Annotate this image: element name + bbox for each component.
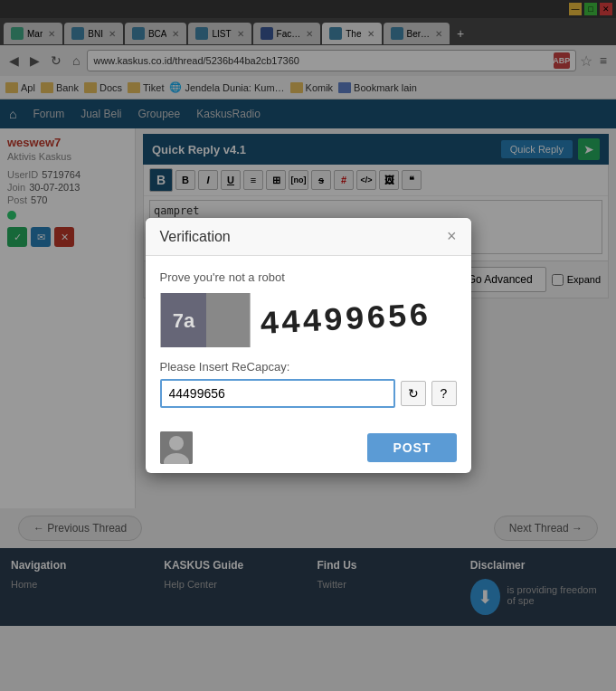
modal-post-button[interactable]: POST [367, 433, 456, 462]
modal-user-avatar [160, 431, 193, 464]
svg-text:7a: 7a [172, 309, 194, 332]
modal-footer: POST [146, 422, 471, 473]
modal-overlay: Verification × Prove you're not a robot … [0, 0, 616, 691]
avatar-image [160, 431, 193, 464]
recapcay-input-row: ↻ ? [160, 379, 457, 408]
captcha-image: 7a [160, 293, 251, 347]
modal-header: Verification × [146, 218, 471, 256]
captcha-label: Prove you're not a robot [160, 270, 457, 284]
refresh-captcha-button[interactable]: ↻ [401, 381, 426, 406]
recapcay-input[interactable] [160, 379, 395, 408]
captcha-svg: 7a [161, 293, 250, 347]
recapcay-label: Please Insert ReCapcay: [160, 360, 457, 374]
svg-point-4 [169, 436, 184, 450]
modal-body: Prove you're not a robot 7a 44499656 Ple… [146, 256, 471, 422]
captcha-container: 7a 44499656 [160, 293, 457, 347]
modal-title: Verification [160, 229, 231, 245]
captcha-text: 44499656 [259, 298, 431, 344]
verification-modal: Verification × Prove you're not a robot … [146, 218, 471, 473]
modal-close-button[interactable]: × [447, 227, 457, 246]
help-captcha-button[interactable]: ? [431, 381, 457, 406]
